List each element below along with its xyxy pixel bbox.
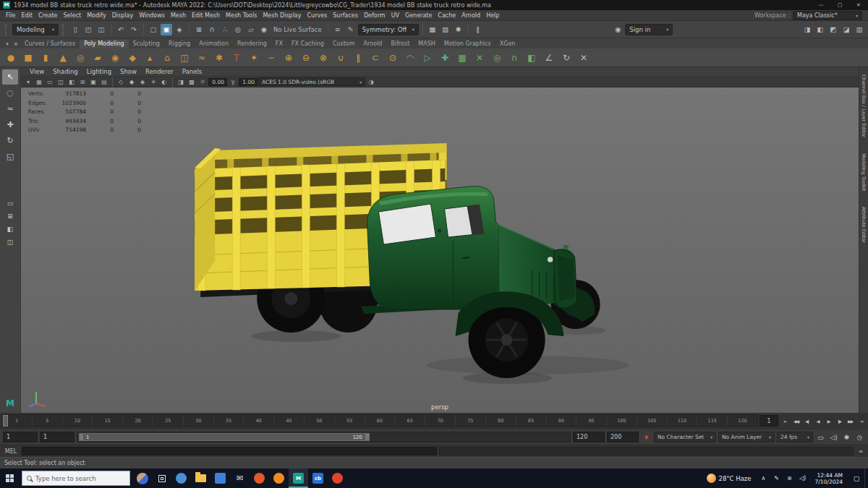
shelf-tab-motion-graphics[interactable]: Motion Graphics <box>440 40 495 48</box>
animation-end-field[interactable]: 200 <box>607 432 639 442</box>
four-pane-layout-button[interactable]: ⊞ <box>2 210 18 222</box>
xray-button[interactable]: ▩ <box>187 77 197 87</box>
select-by-object-button[interactable]: ▣ <box>161 24 172 35</box>
sign-in-button[interactable]: Sign in▾ <box>625 24 673 35</box>
shelf-tab-bifrost[interactable]: Bifrost <box>386 40 414 48</box>
open-scene-button[interactable]: ◰ <box>82 24 94 35</box>
step-forward-frame-button[interactable]: |▶ <box>834 415 845 427</box>
workspace-selector[interactable]: Maya Classic* ▾ <box>793 11 862 20</box>
side-tab-channel-box-layer-editor[interactable]: Channel Box / Layer Editor <box>861 74 867 137</box>
close-button[interactable]: ✕ <box>849 0 868 10</box>
menu-display[interactable]: Display <box>109 12 137 19</box>
gamma-icon[interactable]: γ <box>228 77 238 87</box>
boolean-difference-button[interactable]: ⊖ <box>297 49 315 67</box>
select-by-component-button[interactable]: ◈ <box>174 24 185 35</box>
truck-model[interactable] <box>21 87 859 413</box>
pause-viewport-button[interactable]: ‖ <box>472 24 484 35</box>
menu-cache[interactable]: Cache <box>435 12 459 19</box>
construction-history-button[interactable]: ✎ <box>345 24 357 35</box>
platonic-solid-button[interactable]: ◆ <box>124 49 141 67</box>
panel-menu-icon[interactable]: ▾ <box>23 77 33 87</box>
select-by-hierarchy-button[interactable]: ▢ <box>148 24 159 35</box>
weather-widget[interactable]: 28°C Haze <box>701 468 757 488</box>
tools-button[interactable]: ✕ <box>575 49 592 67</box>
mirror-button[interactable]: ◧ <box>523 49 540 67</box>
extract-button[interactable]: ⊂ <box>367 49 384 67</box>
animation-start-field[interactable]: 1 <box>3 432 38 442</box>
shelf-tab-menu-icon[interactable]: ▾ <box>3 41 12 48</box>
preferences-button[interactable]: ✱ <box>841 432 852 442</box>
poly-sphere-button[interactable]: ● <box>2 49 20 67</box>
input-connections-button[interactable]: ≡ <box>332 24 344 35</box>
current-frame-field[interactable]: 1 <box>760 415 778 427</box>
current-time-marker[interactable] <box>3 415 8 427</box>
menu-windows[interactable]: Windows <box>136 12 168 19</box>
menu-surfaces[interactable]: Surfaces <box>330 12 361 19</box>
panel-menu-show[interactable]: Show <box>116 68 141 75</box>
svg-tool-button[interactable]: ✦ <box>245 49 263 67</box>
command-line-mode-toggle[interactable]: MEL <box>2 448 20 455</box>
taskbar-app-maya[interactable]: M <box>289 468 308 488</box>
menu-arnold[interactable]: Arnold <box>459 12 483 19</box>
poly-torus-button[interactable]: ◎ <box>72 49 89 67</box>
exposure-icon[interactable]: ☼ <box>197 77 208 87</box>
type-tool-button[interactable]: T <box>228 49 245 67</box>
multi-cut-button[interactable]: ✕ <box>471 49 488 67</box>
render-frame-button[interactable]: ▦ <box>427 24 438 35</box>
taskbar-app-opera[interactable] <box>328 468 347 488</box>
color-space-selector[interactable]: ACES 1.0 SDR-video (sRGB▾ <box>258 77 365 86</box>
textured-mode-button[interactable]: ◈ <box>137 77 148 87</box>
play-backwards-button[interactable]: ◀ <box>812 415 823 427</box>
smooth-button[interactable]: ◠ <box>401 49 419 67</box>
playback-range-bar[interactable]: 1 120 <box>79 433 370 441</box>
toggle-modeling-toolkit-button[interactable]: ◨ <box>801 24 813 35</box>
gamma-field[interactable]: 1.00 <box>239 78 258 86</box>
paint-selection-tool[interactable]: ≈ <box>2 101 18 116</box>
toggle-channel-box-button[interactable]: ▥ <box>854 24 865 35</box>
shelf-tab-custom[interactable]: Custom <box>328 40 359 48</box>
save-scene-button[interactable]: ◫ <box>95 24 107 35</box>
cortana-button[interactable] <box>132 468 152 488</box>
menu-edit-mesh[interactable]: Edit Mesh <box>189 12 223 19</box>
menuset-selector[interactable]: Modeling▾ <box>12 24 59 35</box>
script-editor-button[interactable]: ≡ <box>856 448 866 455</box>
grid-toggle-button[interactable]: ▦ <box>34 77 44 87</box>
fill-hole-button[interactable]: ⊙ <box>384 49 401 67</box>
field-chart-button[interactable]: ⊞ <box>77 77 88 87</box>
panel-menu-view[interactable]: View <box>25 68 48 75</box>
shadows-toggle-button[interactable]: ◐ <box>159 77 169 87</box>
taskbar-app-firefox[interactable] <box>269 468 289 488</box>
snap-to-curve-button[interactable]: ∩ <box>206 24 218 35</box>
single-pane-layout-button[interactable]: ▭ <box>2 197 18 209</box>
move-tool[interactable]: ✚ <box>2 117 18 132</box>
poly-pipe-button[interactable]: ◫ <box>176 49 193 67</box>
taskbar-app-edge[interactable] <box>171 468 191 488</box>
target-weld-button[interactable]: ◎ <box>488 49 506 67</box>
sweep-mesh-button[interactable]: ∽ <box>263 49 280 67</box>
action-center-button[interactable]: ▢ <box>848 468 864 488</box>
character-set-selector[interactable]: No Character Set▾ <box>654 432 716 442</box>
menu-create[interactable]: Create <box>35 12 61 19</box>
menu-mesh[interactable]: Mesh <box>168 12 189 19</box>
new-scene-button[interactable]: ▯ <box>69 24 81 35</box>
range-slider-track[interactable]: 1 120 <box>77 432 571 442</box>
auto-keyframe-button[interactable]: ♦ <box>641 432 652 442</box>
shelf-tab-mash[interactable]: MASH <box>414 40 439 48</box>
redo-button[interactable]: ↷ <box>128 24 140 35</box>
tray-volume-icon[interactable]: ◁) <box>796 468 809 488</box>
separate-button[interactable]: ∥ <box>349 49 367 67</box>
taskbar-clock[interactable]: 12:44 AM 7/10/2024 <box>809 472 848 485</box>
mute-button[interactable]: ◁) <box>828 432 839 442</box>
snap-to-view-plane-button[interactable]: ▱ <box>245 24 257 35</box>
menu-uv[interactable]: UV <box>388 12 402 19</box>
snap-to-point-button[interactable]: ∴ <box>219 24 231 35</box>
menu-mesh-display[interactable]: Mesh Display <box>260 12 304 19</box>
shelf-tab-fx-caching[interactable]: FX Caching <box>287 40 328 48</box>
grip-handle[interactable] <box>62 24 66 35</box>
scale-tool[interactable]: ◱ <box>2 149 18 164</box>
crease-tool-button[interactable]: ∠ <box>540 49 558 67</box>
toggle-tool-settings-button[interactable]: ◩ <box>827 24 839 35</box>
poly-plane-button[interactable]: ▰ <box>89 49 106 67</box>
panel-menu-shading[interactable]: Shading <box>48 68 82 75</box>
step-back-key-button[interactable]: ◀◀ <box>791 415 801 427</box>
